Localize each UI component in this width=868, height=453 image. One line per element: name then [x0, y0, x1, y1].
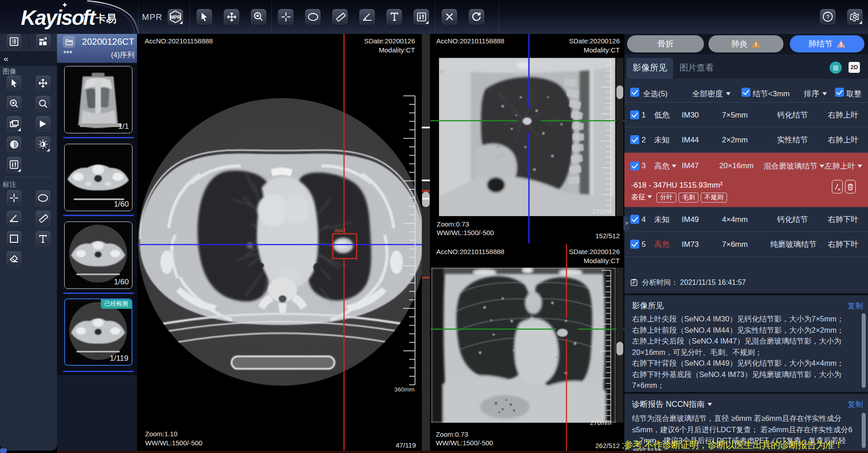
svg-text:270mm: 270mm: [592, 208, 613, 215]
svg-text:270mm: 270mm: [590, 419, 611, 426]
svg-text:MPR: MPR: [170, 14, 181, 20]
svg-text:360mm: 360mm: [394, 386, 415, 393]
svg-text:IM47: IM47: [335, 228, 345, 233]
svg-text:?: ?: [826, 14, 829, 20]
